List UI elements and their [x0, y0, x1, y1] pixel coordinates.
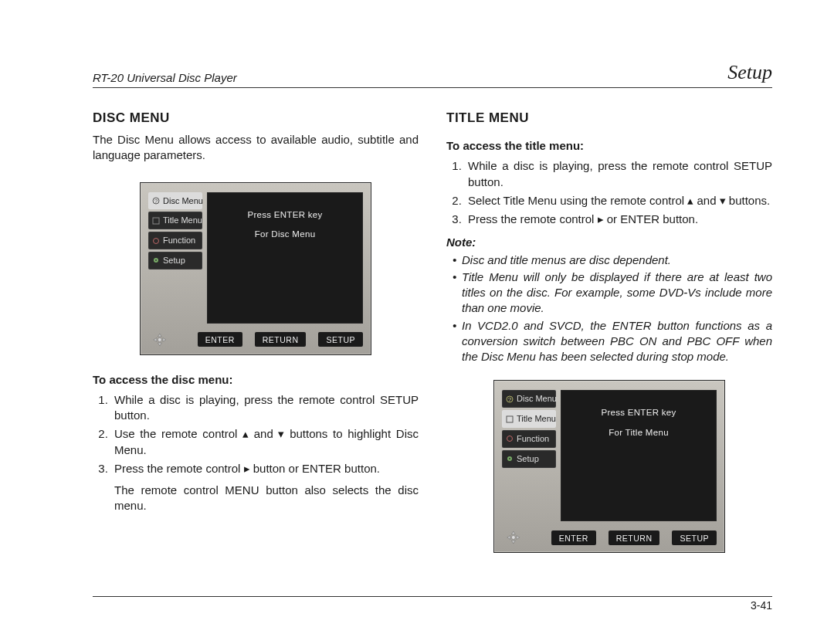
list-item: In VCD2.0 and SVCD, the ENTER button fun… — [454, 318, 772, 365]
figure-title-menu-screen: ? Disc Menu Title Menu Function — [493, 380, 725, 553]
chip-setup: SETUP — [672, 530, 717, 545]
svg-rect-13 — [507, 416, 513, 422]
list-item: Press the remote control ▸ or ENTER butt… — [465, 212, 772, 227]
svg-text:?: ? — [154, 198, 158, 205]
osd-bottombar: ENTER RETURN SETUP — [148, 331, 363, 348]
osd-line1: Press ENTER key — [247, 209, 322, 222]
list-item: While a disc is playing, press the remot… — [465, 158, 772, 190]
manual-page: RT-20 Universal Disc Player Setup DISC M… — [0, 0, 834, 644]
osd-line1: Press ENTER key — [601, 407, 676, 419]
svg-point-21 — [511, 536, 515, 540]
osd-content: Press ENTER key For Disc Menu — [207, 192, 363, 324]
osd-tab-disc-menu: ? Disc Menu — [148, 192, 202, 210]
column-disc-menu: DISC MENU The Disc Menu allows access to… — [93, 102, 419, 570]
body-columns: DISC MENU The Disc Menu allows access to… — [93, 102, 772, 570]
chip-setup: SETUP — [318, 332, 363, 347]
disc-access-steps: While a disc is playing, press the remot… — [93, 392, 419, 476]
osd-frame: ? Disc Menu Title Menu Function — [140, 182, 371, 355]
osd-tab-function: Function — [148, 232, 202, 249]
svg-marker-18 — [511, 541, 515, 544]
product-name: RT-20 Universal Disc Player — [93, 70, 237, 86]
osd-tab-label: Title Menu — [517, 413, 556, 425]
svg-point-5 — [155, 259, 157, 261]
osd-content: Press ENTER key For Title Menu — [561, 390, 717, 521]
svg-marker-7 — [158, 343, 161, 346]
disc-access-heading: To access the disc menu: — [93, 372, 419, 388]
osd-tab-label: Setup — [163, 255, 185, 266]
function-icon — [506, 435, 514, 442]
dpad-icon — [153, 331, 167, 348]
svg-marker-6 — [158, 334, 161, 337]
osd-tab-setup: Setup — [148, 252, 202, 269]
list-item: Disc and title menus are disc dependent. — [454, 253, 772, 268]
svg-marker-9 — [163, 337, 166, 341]
chip-return: RETURN — [609, 530, 660, 545]
list-item: Press the remote control ▸ button or ENT… — [111, 461, 419, 476]
gear-icon — [506, 455, 514, 463]
figure-disc-menu-screen: ? Disc Menu Title Menu Function — [140, 182, 371, 355]
svg-point-14 — [507, 436, 513, 442]
osd-sidebar: ? Disc Menu Title Menu Function — [148, 192, 202, 324]
osd-tab-label: Function — [517, 433, 549, 445]
page-number: 3-41 — [751, 599, 772, 612]
osd-line2: For Disc Menu — [255, 229, 316, 241]
osd-tab-label: Disc Menu — [163, 195, 203, 207]
dpad-icon — [507, 529, 520, 546]
chip-enter: ENTER — [551, 530, 596, 545]
osd-chips: ENTER RETURN SETUP — [551, 530, 717, 545]
svg-marker-19 — [507, 536, 510, 540]
heading-title-menu: TITLE MENU — [446, 110, 772, 127]
column-title-menu: TITLE MENU To access the title menu: Whi… — [446, 102, 772, 570]
function-icon — [152, 237, 160, 245]
svg-rect-2 — [153, 218, 159, 224]
osd-sidebar: ? Disc Menu Title Menu Function — [502, 390, 556, 521]
list-icon — [506, 415, 514, 423]
page-header: RT-20 Universal Disc Player Setup — [93, 59, 772, 88]
svg-marker-17 — [511, 531, 515, 534]
osd-tab-label: Function — [163, 235, 195, 246]
list-item: Title Menu will only be displayed if the… — [454, 269, 772, 317]
svg-point-10 — [158, 337, 161, 341]
osd-tab-label: Setup — [517, 453, 539, 465]
svg-text:?: ? — [508, 396, 512, 403]
osd-tab-label: Title Menu — [163, 215, 202, 226]
osd-tab-disc-menu: ? Disc Menu — [502, 390, 556, 408]
svg-point-16 — [509, 458, 510, 459]
svg-marker-8 — [154, 337, 157, 341]
notes-list: Disc and title menus are disc dependent.… — [446, 253, 772, 365]
page-footer: 3-41 — [93, 596, 772, 613]
question-icon: ? — [506, 395, 514, 403]
osd-stage: ? Disc Menu Title Menu Function — [148, 192, 363, 324]
svg-marker-20 — [517, 536, 520, 540]
osd-tab-title-menu: Title Menu — [502, 410, 556, 428]
osd-frame: ? Disc Menu Title Menu Function — [493, 380, 725, 553]
osd-tab-title-menu: Title Menu — [148, 212, 202, 229]
list-icon — [152, 217, 160, 225]
note-label: Note: — [446, 235, 772, 250]
osd-line2: For Title Menu — [609, 427, 669, 439]
disc-trailing-note: The remote control MENU button also sele… — [114, 483, 419, 514]
chip-enter: ENTER — [198, 332, 242, 347]
list-item: Select Title Menu using the remote contr… — [465, 193, 772, 208]
gear-icon — [152, 256, 160, 264]
chip-return: RETURN — [255, 332, 307, 347]
osd-tab-label: Disc Menu — [517, 393, 557, 405]
list-item: Use the remote control ▴ and ▾ buttons t… — [111, 426, 419, 458]
osd-tab-function: Function — [502, 430, 556, 448]
heading-disc-menu: DISC MENU — [93, 110, 419, 127]
question-icon: ? — [152, 197, 160, 205]
osd-bottombar: ENTER RETURN SETUP — [502, 529, 717, 546]
disc-menu-intro: The Disc Menu allows access to available… — [93, 132, 419, 164]
title-access-heading: To access the title menu: — [446, 138, 772, 154]
list-item: While a disc is playing, press the remot… — [111, 392, 419, 424]
osd-stage: ? Disc Menu Title Menu Function — [502, 390, 717, 521]
svg-point-3 — [154, 238, 159, 243]
title-access-steps: While a disc is playing, press the remot… — [446, 158, 772, 227]
osd-tab-setup: Setup — [502, 450, 556, 468]
osd-chips: ENTER RETURN SETUP — [198, 332, 363, 347]
section-title: Setup — [727, 59, 772, 86]
